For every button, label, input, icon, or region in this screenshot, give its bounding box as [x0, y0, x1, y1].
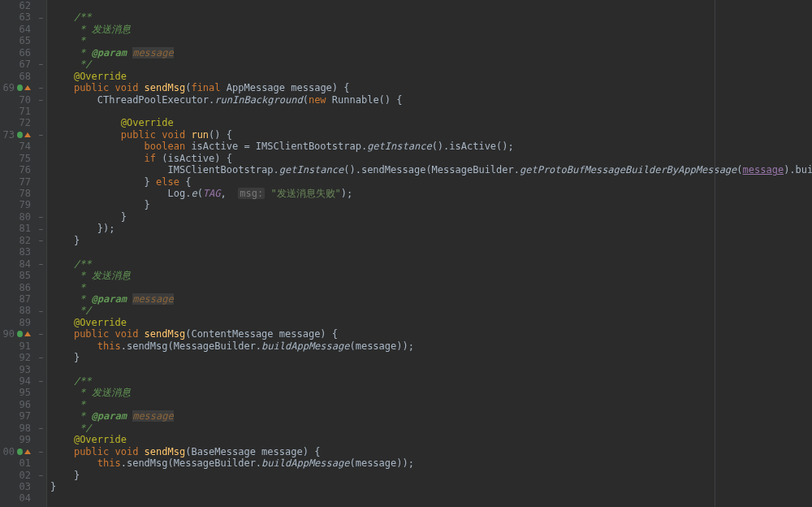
code-line[interactable]: }); [50, 223, 812, 234]
code-line[interactable]: } [50, 235, 812, 246]
code-line[interactable]: } else { [50, 176, 812, 188]
code-line[interactable]: } [50, 481, 812, 492]
code-line[interactable]: * 发送消息 [50, 387, 812, 398]
code-line[interactable]: public void run() { [50, 129, 812, 141]
gutter-row[interactable]: 88 [0, 305, 36, 316]
code-line[interactable]: @Override [50, 434, 812, 445]
fold-handle[interactable]: − [36, 211, 46, 223]
code-line[interactable]: * 发送消息 [50, 24, 812, 35]
line-number-gutter[interactable]: 6263646566676869707172737475767778798081… [0, 0, 36, 507]
gutter-row[interactable]: 96 [0, 399, 36, 410]
code-line[interactable] [50, 364, 812, 375]
code-line[interactable]: public void sendMsg(ContentMessage messa… [50, 328, 812, 340]
gutter-row[interactable]: 69 [0, 82, 36, 93]
gutter-row[interactable]: 70 [0, 94, 36, 106]
gutter-row[interactable]: 78 [0, 188, 36, 199]
fold-handle[interactable]: − [36, 470, 46, 481]
implements-gutter-icon[interactable] [24, 332, 31, 336]
fold-handle[interactable]: − [36, 235, 46, 246]
code-line[interactable]: @Override [50, 317, 812, 328]
code-line[interactable]: } [50, 211, 812, 223]
code-line[interactable]: Log.e(TAG, msg: "发送消息失败"); [50, 188, 812, 199]
gutter-row[interactable]: 72 [0, 117, 36, 128]
gutter-row[interactable]: 98 [0, 422, 36, 434]
code-line[interactable]: * [50, 399, 812, 410]
override-gutter-icon[interactable] [17, 132, 23, 138]
code-line[interactable] [50, 492, 812, 504]
fold-handle[interactable]: − [36, 305, 46, 316]
fold-handle[interactable]: − [36, 94, 46, 106]
code-line[interactable]: } [50, 352, 812, 363]
gutter-row[interactable]: 89 [0, 317, 36, 328]
fold-handle[interactable]: − [36, 58, 46, 70]
gutter-row[interactable]: 79 [0, 199, 36, 210]
code-line[interactable]: */ [50, 58, 812, 70]
gutter-row[interactable]: 74 [0, 141, 36, 152]
code-area[interactable]: /** * 发送消息 * * @param message */ @Overri… [47, 0, 812, 507]
gutter-row[interactable]: 65 [0, 35, 36, 46]
code-line[interactable]: CThreadPoolExecutor.runInBackground(new … [50, 94, 812, 106]
gutter-row[interactable]: 67 [0, 58, 36, 70]
gutter-row[interactable]: 00 [0, 446, 36, 457]
gutter-row[interactable]: 94 [0, 375, 36, 387]
gutter-row[interactable]: 68 [0, 71, 36, 82]
gutter-row[interactable]: 66 [0, 47, 36, 58]
code-line[interactable]: public void sendMsg(BaseMessage message)… [50, 446, 812, 457]
gutter-row[interactable]: 63 [0, 11, 36, 23]
fold-handle[interactable]: − [36, 446, 46, 457]
code-line[interactable]: @Override [50, 117, 812, 128]
implements-gutter-icon[interactable] [24, 132, 31, 137]
gutter-row[interactable]: 80 [0, 211, 36, 223]
fold-handle[interactable]: − [36, 129, 46, 141]
override-gutter-icon[interactable] [17, 84, 23, 91]
override-gutter-icon[interactable] [17, 448, 23, 455]
gutter-row[interactable]: 87 [0, 293, 36, 305]
code-line[interactable] [50, 246, 812, 258]
fold-handle[interactable]: − [36, 11, 46, 23]
code-line[interactable]: this.sendMsg(MessageBuilder.buildAppMess… [50, 340, 812, 352]
gutter-row[interactable]: 02 [0, 470, 36, 481]
fold-handle[interactable]: − [36, 223, 46, 234]
code-line[interactable]: * 发送消息 [50, 270, 812, 281]
code-line[interactable]: * @param message [50, 293, 812, 305]
fold-handle[interactable]: − [36, 375, 46, 387]
code-line[interactable]: } [50, 470, 812, 481]
gutter-row[interactable]: 91 [0, 340, 36, 352]
code-line[interactable]: IMSClientBootstrap.getInstance().sendMes… [50, 164, 812, 176]
code-line[interactable]: boolean isActive = IMSClientBootstrap.ge… [50, 141, 812, 152]
fold-handle[interactable]: − [36, 328, 46, 340]
code-line[interactable]: if (isActive) { [50, 153, 812, 164]
code-line[interactable]: /** [50, 11, 812, 23]
gutter-row[interactable]: 01 [0, 457, 36, 469]
code-line[interactable]: @Override [50, 71, 812, 82]
code-line[interactable]: */ [50, 422, 812, 434]
gutter-row[interactable]: 97 [0, 410, 36, 422]
gutter-row[interactable]: 92 [0, 352, 36, 363]
gutter-row[interactable]: 76 [0, 164, 36, 176]
code-line[interactable]: */ [50, 305, 812, 316]
gutter-row[interactable]: 75 [0, 153, 36, 164]
gutter-row[interactable]: 99 [0, 434, 36, 445]
implements-gutter-icon[interactable] [24, 85, 31, 90]
code-editor[interactable]: 6263646566676869707172737475767778798081… [0, 0, 812, 507]
gutter-row[interactable]: 82 [0, 235, 36, 246]
fold-handle[interactable]: − [36, 82, 46, 93]
code-line[interactable]: /** [50, 375, 812, 387]
override-gutter-icon[interactable] [17, 331, 23, 337]
implements-gutter-icon[interactable] [24, 449, 31, 454]
gutter-row[interactable]: 83 [0, 246, 36, 258]
fold-column[interactable]: −−−−−−−−−−−−−−−− [36, 0, 47, 507]
code-line[interactable]: * @param message [50, 47, 812, 58]
gutter-row[interactable]: 71 [0, 106, 36, 117]
gutter-row[interactable]: 04 [0, 492, 36, 504]
code-line[interactable]: * [50, 35, 812, 46]
code-line[interactable]: * [50, 282, 812, 293]
gutter-row[interactable]: 90 [0, 328, 36, 340]
fold-handle[interactable]: − [36, 352, 46, 363]
gutter-row[interactable]: 84 [0, 258, 36, 270]
gutter-row[interactable]: 62 [0, 0, 36, 11]
code-line[interactable]: } [50, 199, 812, 210]
gutter-row[interactable]: 77 [0, 176, 36, 188]
gutter-row[interactable]: 95 [0, 387, 36, 398]
gutter-row[interactable]: 85 [0, 270, 36, 281]
